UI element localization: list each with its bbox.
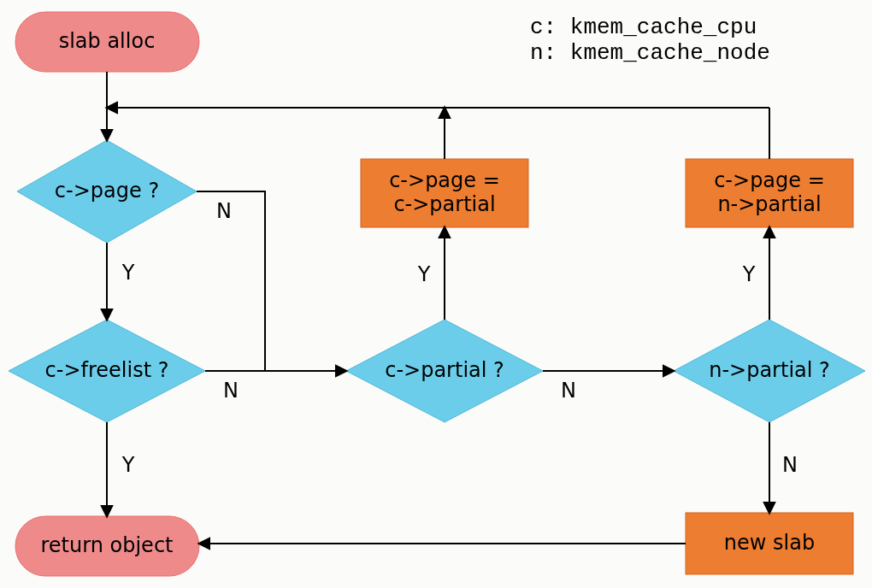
process-c-partial-assign-l2: c->partial — [393, 192, 495, 216]
edge-cpartial-n-label: N — [561, 379, 576, 403]
edge-cpartial-y-label: Y — [417, 262, 431, 286]
terminal-end-label: return object — [41, 533, 174, 557]
process-new-slab-label: new slab — [724, 531, 815, 555]
edge-page-y-label: Y — [121, 261, 135, 285]
edge-npartial-y-label: Y — [742, 262, 756, 286]
process-n-partial-assign-l2: n->partial — [717, 192, 821, 216]
edge-freelist-y-label: Y — [121, 453, 135, 477]
decision-n-partial-label: n->partial ? — [709, 358, 830, 382]
process-n-partial-assign-l1: c->page = — [714, 168, 825, 192]
edge-freelist-n-label: N — [223, 379, 239, 403]
legend-line-1: c: kmem_cache_cpu — [530, 15, 757, 40]
legend-line-2: n: kmem_cache_node — [530, 40, 770, 66]
edge-page-n-label: N — [216, 199, 232, 223]
decision-c-freelist-label: c->freelist ? — [45, 358, 169, 382]
terminal-start-label: slab alloc — [59, 29, 156, 53]
process-c-partial-assign-l1: c->page = — [389, 168, 500, 192]
decision-c-partial-label: c->partial ? — [385, 358, 504, 382]
decision-c-page-label: c->page ? — [55, 179, 159, 203]
flowchart: c: kmem_cache_cpu n: kmem_cache_node sla… — [0, 0, 872, 588]
edge-npartial-n-label: N — [782, 453, 798, 477]
